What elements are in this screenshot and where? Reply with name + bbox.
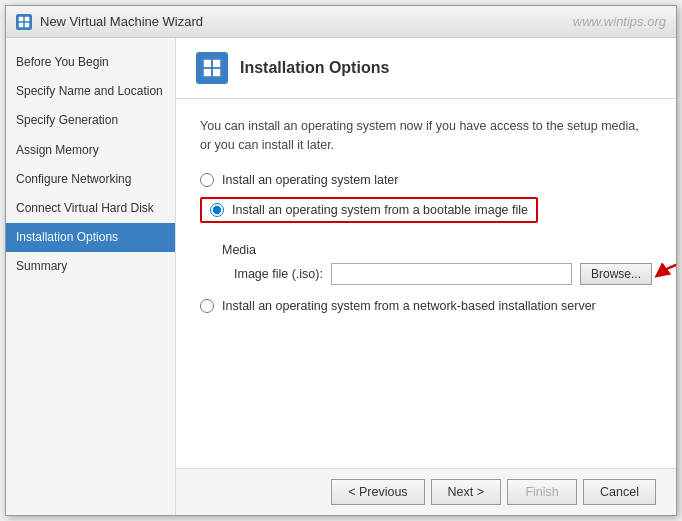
sidebar-item-before-you-begin[interactable]: Before You Begin [6, 48, 175, 77]
next-button[interactable]: Next > [431, 479, 501, 505]
svg-rect-5 [213, 60, 220, 67]
radio-install-bootable[interactable] [210, 203, 224, 217]
sidebar-item-connect-virtual-hard-disk[interactable]: Connect Virtual Hard Disk [6, 194, 175, 223]
option-install-later-label: Install an operating system later [222, 173, 398, 187]
svg-rect-2 [19, 22, 24, 27]
finish-button[interactable]: Finish [507, 479, 577, 505]
browse-container: Browse... [580, 263, 652, 285]
footer: < Previous Next > Finish Cancel [176, 468, 676, 515]
page-header: Installation Options [176, 38, 676, 99]
media-group: Media Image file (.iso): Browse... [222, 243, 652, 285]
main-area: Installation Options You can install an … [176, 38, 676, 515]
red-arrow-indicator [652, 255, 676, 291]
svg-rect-1 [25, 16, 30, 21]
svg-rect-3 [25, 22, 30, 27]
image-file-label: Image file (.iso): [234, 267, 323, 281]
page-header-icon [196, 52, 228, 84]
sidebar: Before You Begin Specify Name and Locati… [6, 38, 176, 515]
page-body: You can install an operating system now … [176, 99, 676, 468]
wizard-window: New Virtual Machine Wizard www.wintips.o… [5, 5, 677, 516]
sidebar-item-specify-name-location[interactable]: Specify Name and Location [6, 77, 175, 106]
main-content: Before You Begin Specify Name and Locati… [6, 38, 676, 515]
sidebar-item-specify-generation[interactable]: Specify Generation [6, 106, 175, 135]
option-install-bootable[interactable]: Install an operating system from a boota… [200, 197, 538, 223]
sidebar-item-configure-networking[interactable]: Configure Networking [6, 165, 175, 194]
window-title: New Virtual Machine Wizard [40, 14, 203, 29]
title-bar: New Virtual Machine Wizard www.wintips.o… [6, 6, 676, 38]
radio-install-later[interactable] [200, 173, 214, 187]
svg-rect-6 [204, 69, 211, 76]
previous-button[interactable]: < Previous [331, 479, 424, 505]
svg-rect-7 [213, 69, 220, 76]
sidebar-item-assign-memory[interactable]: Assign Memory [6, 136, 175, 165]
option-install-network-label: Install an operating system from a netwo… [222, 299, 596, 313]
option-bootable-container: Install an operating system from a boota… [200, 197, 652, 233]
description-text: You can install an operating system now … [200, 117, 652, 155]
cancel-button[interactable]: Cancel [583, 479, 656, 505]
page-title: Installation Options [240, 59, 389, 77]
image-file-row: Image file (.iso): Browse... [222, 263, 652, 285]
option-install-bootable-label: Install an operating system from a boota… [232, 203, 528, 217]
radio-install-network[interactable] [200, 299, 214, 313]
browse-button[interactable]: Browse... [580, 263, 652, 285]
option-install-later[interactable]: Install an operating system later [200, 173, 652, 187]
media-label: Media [222, 243, 652, 257]
svg-rect-0 [19, 16, 24, 21]
window-icon [16, 14, 32, 30]
sidebar-item-installation-options[interactable]: Installation Options [6, 223, 175, 252]
svg-rect-4 [204, 60, 211, 67]
sidebar-item-summary[interactable]: Summary [6, 252, 175, 281]
watermark: www.wintips.org [573, 14, 666, 29]
option-install-network[interactable]: Install an operating system from a netwo… [200, 299, 652, 313]
image-file-input[interactable] [331, 263, 572, 285]
